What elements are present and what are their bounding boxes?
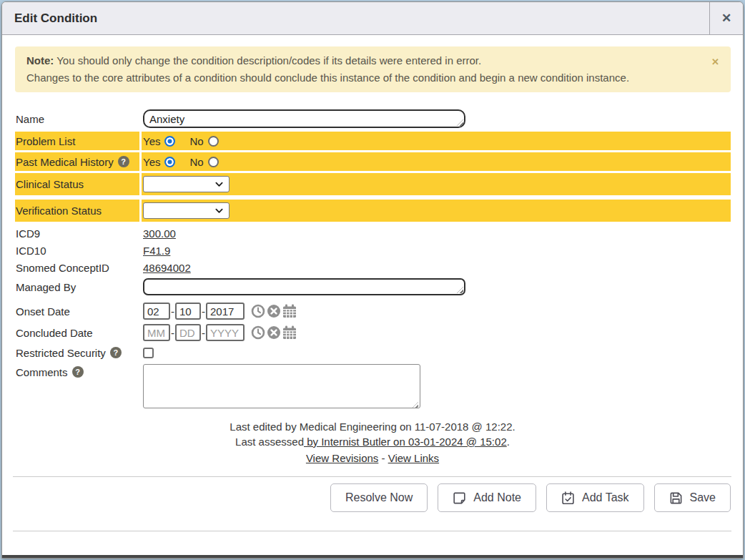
clock-icon[interactable] [251,325,265,340]
past-medical-history-row: Past Medical History ? Yes No [15,152,731,171]
problem-list-yes-radio[interactable] [164,136,175,147]
name-row: Name [15,108,731,129]
clear-date-icon[interactable] [267,325,281,340]
no-option-label: No [189,156,203,168]
icd10-code-link[interactable]: F41.9 [143,245,170,257]
verification-status-row: Verification Status [15,200,731,222]
snomed-label: Snomed ConceptID [16,262,109,274]
concluded-day-input[interactable] [175,324,201,341]
close-icon: ✕ [721,11,731,26]
dialog-bottom-edge [2,555,743,558]
resolve-now-button[interactable]: Resolve Now [330,483,428,512]
clinical-status-row: Clinical Status [15,173,731,195]
concluded-year-input[interactable] [206,324,245,341]
note-icon [453,491,466,505]
onset-month-input[interactable] [143,303,170,320]
concluded-date-label: Concluded Date [16,327,93,339]
onset-date-label: Onset Date [16,305,70,318]
footer-divider [13,531,731,531]
dialog-title: Edit Condition [2,11,97,26]
comments-textarea[interactable] [143,364,420,408]
restricted-security-checkbox[interactable] [143,348,154,358]
managed-by-label: Managed By [16,281,76,293]
restricted-security-row: Restricted Security ? [15,343,731,362]
last-assessed-text: Last assessed by Internist Butler on 03-… [2,434,743,449]
problem-list-no-radio[interactable] [208,136,219,147]
view-links-link[interactable]: View Links [388,452,439,464]
audit-info: Last edited by Medical Engineering on 11… [2,419,743,466]
concluded-month-input[interactable] [143,324,170,341]
icd10-row: ICD10 F41.9 [15,242,731,259]
view-revisions-link[interactable]: View Revisions [306,452,378,464]
snomed-code-link[interactable]: 48694002 [143,262,191,274]
icd9-row: ICD9 300.00 [15,225,731,242]
note-line-2: Changes to the core attributes of a cond… [26,69,702,87]
save-icon [669,491,683,505]
help-icon[interactable]: ? [110,347,122,358]
icd9-code-link[interactable]: 300.00 [143,227,176,240]
clock-icon[interactable] [251,304,265,318]
chevron-down-icon [215,182,223,187]
onset-date-row: Onset Date - - [15,300,731,322]
note-dismiss-icon[interactable]: ✕ [711,54,719,71]
help-icon[interactable]: ? [72,366,84,378]
problem-list-label: Problem List [16,135,75,147]
no-option-label: No [189,135,203,147]
yes-option-label: Yes [143,156,160,168]
note-banner: Note: You should only change the conditi… [15,46,731,92]
verification-status-select[interactable] [143,202,230,219]
managed-by-input[interactable] [143,278,465,295]
actions-divider [13,476,731,477]
clear-date-icon[interactable] [267,304,281,318]
onset-day-input[interactable] [175,303,201,320]
close-button[interactable]: ✕ [709,2,743,34]
help-icon[interactable]: ? [118,156,129,167]
dialog-header: Edit Condition ✕ [2,2,743,35]
last-edited-text: Last edited by Medical Engineering on 11… [2,419,743,434]
task-calendar-icon [561,491,575,505]
clinical-status-select[interactable] [143,176,230,192]
chevron-down-icon [215,208,223,214]
save-button[interactable]: Save [654,483,731,512]
comments-row: Comments ? [15,364,731,411]
note-line-1: Note: You should only change the conditi… [26,52,702,69]
revision-links: View Revisions - View Links [2,451,743,466]
action-bar: Resolve Now Add Note Add Task Save [15,483,731,512]
snomed-row: Snomed ConceptID 48694002 [15,259,731,276]
concluded-date-row: Concluded Date - - [15,322,731,343]
onset-year-input[interactable] [206,303,245,320]
comments-label: Comments [16,366,68,378]
past-medical-history-no-radio[interactable] [208,157,219,167]
clinical-status-label: Clinical Status [16,178,84,190]
edit-condition-dialog: Edit Condition ✕ Note: You should only c… [1,1,744,559]
note-prefix: Note: [26,54,54,67]
name-label: Name [16,113,44,125]
verification-status-label: Verification Status [16,205,102,217]
last-assessed-link[interactable]: by Internist Butler on 03-01-2024 @ 15:0… [304,436,507,448]
managed-by-row: Managed By [15,276,731,298]
add-task-button[interactable]: Add Task [546,483,644,512]
problem-list-row: Problem List Yes No [15,132,731,150]
name-input[interactable] [143,109,465,128]
icd10-label: ICD10 [16,245,46,257]
past-medical-history-label: Past Medical History [16,156,114,168]
restricted-security-label: Restricted Security [16,347,106,359]
calendar-icon[interactable] [282,325,297,340]
past-medical-history-yes-radio[interactable] [164,157,175,167]
icd9-label: ICD9 [16,227,40,240]
yes-option-label: Yes [143,135,160,147]
add-note-button[interactable]: Add Note [438,483,536,512]
calendar-icon[interactable] [282,304,297,318]
